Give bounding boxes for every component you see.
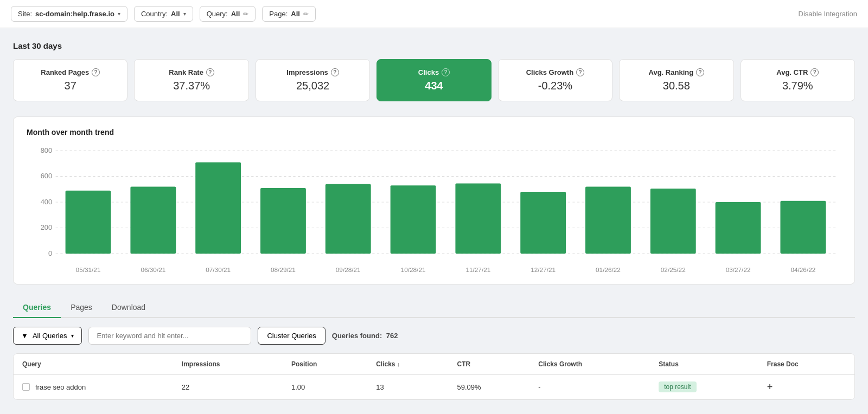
stat-value-rank-rate: 37.37% (144, 80, 238, 92)
col-header-position: Position (283, 354, 367, 375)
svg-rect-26 (585, 187, 631, 254)
chart-area: 020040060080005/31/2106/30/2107/30/2108/… (27, 145, 841, 275)
chart-title: Month over month trend (27, 128, 841, 137)
queries-found: Queries found: 762 (332, 332, 398, 340)
cell-ctr: 59.09% (449, 375, 530, 399)
add-frase-doc-button[interactable]: + (767, 381, 773, 392)
stat-label-ranked-pages: Ranked Pages ? (23, 68, 117, 76)
svg-rect-24 (520, 192, 566, 254)
stat-value-avg-ranking: 30.58 (629, 80, 723, 92)
site-label: Site: (18, 10, 32, 18)
help-icon-clicks: ? (442, 68, 450, 76)
disable-integration-link[interactable]: Disable Integration (799, 10, 857, 18)
svg-rect-20 (391, 185, 436, 254)
main-content: Last 30 days Ranked Pages ? 37 Rank Rate… (0, 28, 868, 413)
page-label: Page: (269, 10, 288, 18)
keyword-search-input[interactable] (88, 327, 251, 345)
stat-card-ranked-pages[interactable]: Ranked Pages ? 37 (13, 59, 127, 101)
stat-value-ranked-pages: 37 (23, 80, 117, 92)
col-header-clicks[interactable]: Clicks↓ (367, 354, 448, 375)
stat-value-impressions: 25,032 (266, 80, 360, 92)
queries-found-value: 762 (386, 332, 398, 340)
page-filter[interactable]: Page: All ✏ (262, 6, 316, 22)
table-row: frase seo addon 221.001359.09%-top resul… (14, 375, 854, 399)
country-label: Country: (141, 10, 168, 18)
period-label: Last 30 days (13, 41, 855, 50)
all-queries-dropdown[interactable]: ▼ All Queries ▾ (13, 327, 82, 345)
svg-rect-18 (326, 184, 371, 254)
table-body: frase seo addon 221.001359.09%-top resul… (14, 375, 854, 399)
cell-status: top result (650, 375, 758, 399)
help-icon-ranked-pages: ? (92, 68, 100, 76)
query-label: Query: (207, 10, 228, 18)
svg-text:04/26/22: 04/26/22 (790, 267, 815, 273)
queries-found-prefix: Queries found: (332, 332, 382, 340)
stat-card-avg-ctr[interactable]: Avg. CTR ? 3.79% (741, 59, 855, 101)
table-head: QueryImpressionsPositionClicks↓CTRClicks… (14, 354, 854, 375)
svg-text:08/29/21: 08/29/21 (271, 267, 296, 273)
country-chevron-icon: ▾ (183, 11, 186, 17)
svg-text:11/27/21: 11/27/21 (465, 267, 490, 273)
svg-text:10/28/21: 10/28/21 (401, 267, 426, 273)
help-icon-avg-ranking: ? (696, 68, 704, 76)
dropdown-chevron-icon: ▾ (71, 333, 74, 339)
svg-text:06/30/21: 06/30/21 (141, 267, 165, 273)
svg-text:07/30/21: 07/30/21 (206, 267, 231, 273)
svg-rect-10 (66, 191, 111, 254)
query-value: All (231, 10, 240, 18)
col-header-query: Query (14, 354, 173, 375)
col-header-frase-doc: Frase Doc (758, 354, 854, 375)
svg-text:800: 800 (41, 147, 53, 154)
stat-cards: Ranked Pages ? 37 Rank Rate ? 37.37% Imp… (13, 59, 855, 101)
cell-query: frase seo addon (14, 375, 173, 399)
cell-clicks: 13 (367, 375, 448, 399)
stat-card-rank-rate[interactable]: Rank Rate ? 37.37% (134, 59, 248, 101)
site-filter[interactable]: Site: sc-domain:help.frase.io ▾ (11, 6, 127, 22)
site-value: sc-domain:help.frase.io (35, 10, 114, 18)
tab-queries[interactable]: Queries (13, 297, 61, 318)
row-checkbox[interactable] (22, 383, 30, 391)
help-icon-rank-rate: ? (206, 68, 214, 76)
chart-svg: 020040060080005/31/2106/30/2107/30/2108/… (27, 145, 841, 275)
col-header-impressions: Impressions (173, 354, 283, 375)
stat-label-avg-ranking: Avg. Ranking ? (629, 68, 723, 76)
cell-frase-doc[interactable]: + (758, 375, 854, 399)
svg-rect-28 (650, 189, 696, 254)
data-table: QueryImpressionsPositionClicks↓CTRClicks… (14, 354, 854, 399)
queries-table: QueryImpressionsPositionClicks↓CTRClicks… (13, 353, 855, 400)
svg-text:01/26/22: 01/26/22 (596, 267, 621, 273)
svg-text:600: 600 (41, 173, 53, 180)
svg-text:09/28/21: 09/28/21 (336, 267, 361, 273)
page-edit-icon: ✏ (303, 10, 309, 18)
cell-impressions: 22 (173, 375, 283, 399)
tab-download[interactable]: Download (102, 297, 155, 318)
svg-text:200: 200 (41, 224, 53, 231)
svg-rect-12 (130, 187, 176, 254)
help-icon-avg-ctr: ? (810, 68, 819, 76)
stat-label-impressions: Impressions ? (266, 68, 360, 76)
filter-row: ▼ All Queries ▾ Cluster Queries Queries … (13, 327, 855, 345)
stat-value-clicks: 434 (387, 80, 481, 92)
tab-pages[interactable]: Pages (61, 297, 102, 318)
stat-card-avg-ranking[interactable]: Avg. Ranking ? 30.58 (619, 59, 733, 101)
status-badge: top result (659, 381, 696, 392)
svg-text:400: 400 (41, 198, 53, 205)
site-chevron-icon: ▾ (118, 11, 120, 17)
svg-rect-32 (780, 201, 826, 254)
country-filter[interactable]: Country: All ▾ (134, 6, 193, 22)
cell-position: 1.00 (283, 375, 367, 399)
stat-label-clicks-growth: Clicks Growth ? (508, 68, 602, 76)
col-header-ctr: CTR (449, 354, 530, 375)
stat-card-impressions[interactable]: Impressions ? 25,032 (256, 59, 370, 101)
top-bar: Site: sc-domain:help.frase.io ▾ Country:… (0, 0, 868, 28)
stat-card-clicks[interactable]: Clicks ? 434 (376, 59, 491, 101)
stat-card-clicks-growth[interactable]: Clicks Growth ? -0.23% (498, 59, 612, 101)
all-queries-label: All Queries (33, 332, 67, 340)
tabs-row: QueriesPagesDownload (13, 297, 855, 318)
cell-clicks-growth: - (529, 375, 650, 399)
query-filter[interactable]: Query: All ✏ (200, 6, 256, 22)
cluster-queries-button[interactable]: Cluster Queries (258, 327, 325, 345)
svg-text:03/27/22: 03/27/22 (726, 267, 751, 273)
query-edit-icon: ✏ (243, 10, 248, 18)
svg-text:12/27/21: 12/27/21 (531, 267, 556, 273)
